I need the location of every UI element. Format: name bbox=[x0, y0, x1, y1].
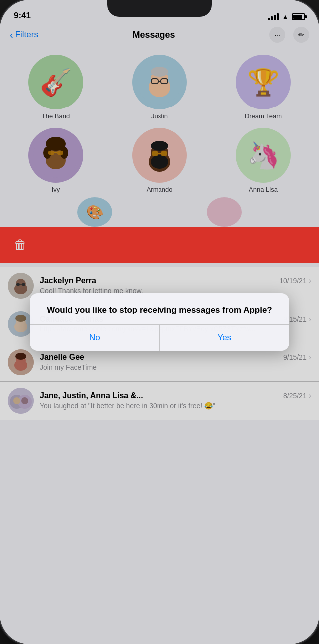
phone-screen: 9:41 ▲ ‹ Filters Messages bbox=[0, 0, 319, 644]
alert-dialog: Would you like to stop receiving message… bbox=[30, 293, 289, 351]
alert-content: Would you like to stop receiving message… bbox=[30, 293, 289, 325]
phone-frame: 9:41 ▲ ‹ Filters Messages bbox=[0, 0, 319, 644]
battery-icon bbox=[292, 13, 305, 20]
status-time: 9:41 bbox=[14, 11, 31, 21]
wifi-icon: ▲ bbox=[282, 13, 289, 21]
alert-yes-button[interactable]: Yes bbox=[160, 325, 290, 351]
alert-buttons: No Yes bbox=[30, 324, 289, 351]
alert-no-button[interactable]: No bbox=[30, 325, 160, 351]
signal-icon bbox=[268, 13, 279, 20]
status-icons: ▲ bbox=[268, 13, 305, 21]
alert-overlay: Would you like to stop receiving message… bbox=[0, 0, 319, 644]
notch bbox=[107, 0, 212, 17]
alert-message: Would you like to stop receiving message… bbox=[42, 304, 277, 316]
